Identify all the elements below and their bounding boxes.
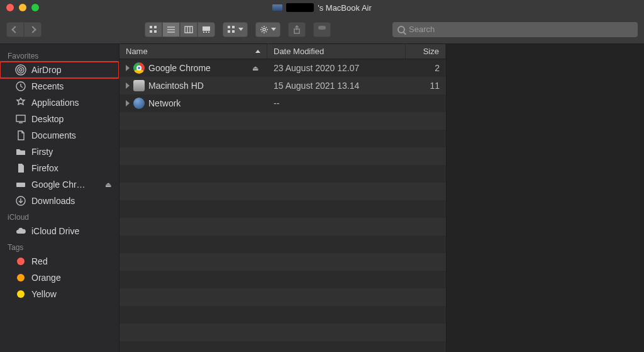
column-header-row: Name Date Modified Size [119, 44, 446, 59]
back-button[interactable] [6, 22, 24, 37]
file-size: 2 [435, 63, 440, 73]
empty-row [119, 288, 446, 306]
empty-row [119, 218, 446, 236]
network-icon [133, 98, 145, 109]
chevron-left-icon [11, 26, 18, 33]
drive-icon [15, 179, 26, 190]
list-icon [167, 25, 175, 34]
svg-rect-7 [185, 26, 192, 33]
tag-icon [318, 25, 326, 34]
window-title: 's MacBook Air [0, 3, 644, 13]
sidebar: Favorites AirDrop Recents Applications D… [0, 44, 119, 352]
minimize-window-button[interactable] [19, 4, 26, 11]
column-header-size[interactable]: Size [406, 44, 446, 59]
svg-rect-2 [150, 30, 152, 33]
empty-row [119, 147, 446, 165]
columns-icon [184, 25, 193, 34]
file-row[interactable]: Network -- [119, 94, 446, 112]
eject-icon[interactable]: ⏏ [105, 181, 111, 189]
sidebar-item-recents[interactable]: Recents [0, 78, 119, 94]
document-icon [15, 130, 26, 141]
grid-small-icon [227, 25, 236, 34]
file-name: Macintosh HD [148, 81, 204, 91]
window-controls [0, 4, 39, 11]
sidebar-item-label: Firefox [31, 163, 58, 173]
sidebar-section-tags: Tags [0, 239, 119, 253]
forward-button[interactable] [24, 22, 42, 37]
sidebar-tag-red[interactable]: Red [0, 253, 119, 270]
action-group [255, 22, 280, 37]
view-gallery-button[interactable] [197, 22, 215, 37]
svg-rect-25 [16, 115, 25, 122]
empty-row [119, 271, 446, 288]
sidebar-tag-yellow[interactable]: Yellow [0, 286, 119, 302]
device-icon [272, 4, 282, 11]
applications-icon [15, 97, 26, 108]
file-list-pane: Name Date Modified Size Google Chrome ⏏ [119, 44, 447, 352]
view-columns-button[interactable] [180, 22, 197, 37]
eject-icon[interactable]: ⏏ [252, 64, 258, 72]
svg-rect-13 [208, 31, 209, 33]
tag-dot-icon [15, 272, 26, 283]
share-button[interactable] [288, 22, 306, 37]
tags-button[interactable] [313, 22, 331, 37]
sidebar-item-firefox[interactable]: Firefox [0, 160, 119, 176]
sidebar-item-label: Orange [31, 273, 61, 283]
view-icons-button[interactable] [145, 22, 162, 37]
sidebar-item-desktop[interactable]: Desktop [0, 111, 119, 127]
view-list-button[interactable] [162, 22, 180, 37]
toolbar [0, 15, 644, 44]
svg-rect-10 [203, 26, 210, 31]
sidebar-item-label: Recents [31, 81, 64, 91]
svg-rect-15 [232, 26, 235, 28]
sidebar-item-firsty[interactable]: Firsty [0, 144, 119, 160]
clock-icon [15, 81, 26, 92]
sidebar-item-label: iCloud Drive [31, 226, 79, 236]
sidebar-tag-orange[interactable]: Orange [0, 270, 119, 286]
sort-ascending-icon [255, 50, 260, 53]
sidebar-section-icloud: iCloud [0, 209, 119, 223]
search-input[interactable] [409, 25, 633, 34]
empty-row [119, 112, 446, 130]
sidebar-item-applications[interactable]: Applications [0, 94, 119, 111]
nav-buttons [6, 22, 42, 37]
sidebar-item-downloads[interactable]: Downloads [0, 193, 119, 209]
sidebar-item-label: Downloads [31, 196, 75, 206]
empty-row [119, 165, 446, 183]
sidebar-item-label: Google Chr… [31, 179, 86, 190]
file-row[interactable]: Google Chrome ⏏ 23 August 2020 12.07 2 [119, 59, 446, 77]
sidebar-item-documents[interactable]: Documents [0, 127, 119, 144]
cloud-icon [15, 225, 26, 237]
file-row[interactable]: Macintosh HD 15 August 2021 13.14 11 [119, 77, 446, 94]
file-name: Network [148, 98, 180, 108]
titlebar: 's MacBook Air [0, 0, 644, 15]
disclosure-triangle-icon[interactable] [126, 100, 130, 106]
sidebar-item-label: Applications [31, 98, 79, 108]
column-header-name[interactable]: Name [119, 44, 267, 59]
arrange-button[interactable] [223, 22, 248, 37]
sidebar-item-label: Red [31, 256, 48, 266]
search-field[interactable] [392, 22, 638, 37]
grid-icon [149, 25, 158, 34]
column-header-date[interactable]: Date Modified [267, 44, 406, 59]
redacted-name [286, 3, 314, 12]
sidebar-item-airdrop[interactable]: AirDrop [0, 62, 119, 78]
file-date: 23 August 2020 12.07 [274, 63, 359, 73]
sidebar-item-google-chrome[interactable]: Google Chr… ⏏ [0, 176, 119, 193]
downloads-icon [15, 195, 26, 207]
column-header-label: Date Modified [274, 47, 324, 56]
disclosure-triangle-icon[interactable] [126, 65, 130, 71]
disclosure-triangle-icon[interactable] [126, 82, 130, 89]
gallery-icon [202, 25, 211, 34]
desktop-icon [15, 113, 26, 125]
svg-rect-27 [16, 183, 25, 187]
empty-row [119, 200, 446, 218]
empty-row [119, 324, 446, 341]
tag-dot-icon [15, 288, 26, 300]
window-title-text: 's MacBook Air [318, 3, 372, 13]
close-window-button[interactable] [6, 4, 14, 11]
action-menu-button[interactable] [255, 22, 280, 37]
zoom-window-button[interactable] [31, 4, 39, 11]
sidebar-item-icloud-drive[interactable]: iCloud Drive [0, 223, 119, 239]
empty-row [119, 130, 446, 147]
